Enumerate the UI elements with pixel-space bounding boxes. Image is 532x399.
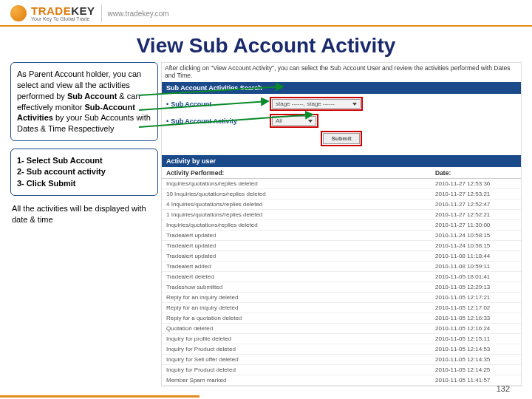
cell-date: 2010-11-24 10:58:15: [435, 232, 516, 239]
sub-account-value: stage ------, stage ------: [276, 100, 335, 107]
cell-date: 2010-11-05 11:41:57: [435, 377, 516, 383]
table-row: Quotation deleted2010-11-05 12:16:24: [162, 324, 521, 334]
col-date: Date:: [435, 169, 516, 177]
cell-date: 2010-11-27 12:53:21: [435, 191, 516, 197]
cell-activity: Tradealert updated: [166, 253, 435, 259]
tagline: Your Key To Global Trade: [31, 16, 95, 21]
logo: TRADEKEY Your Key To Global Trade: [10, 5, 95, 21]
table-row: 10 Inquiries/quotations/replies deleted2…: [162, 189, 521, 200]
table-header: Activity Performed: Date:: [162, 167, 521, 179]
info-box: As Parent Account holder, you can select…: [10, 62, 158, 141]
chevron-down-icon: [308, 120, 313, 123]
left-column: As Parent Account holder, you can select…: [10, 62, 158, 386]
activity-label: Sub Account Activity: [166, 117, 270, 125]
cell-activity: Inquiry for Sell offer deleted: [166, 356, 435, 363]
table-row: Inquiries/quotations/replies deleted2010…: [162, 220, 521, 231]
header-bar: TRADEKEY Your Key To Global Trade www.tr…: [0, 0, 532, 27]
table-row: Member Spam marked2010-11-05 11:41:57: [162, 375, 521, 386]
table-row: Reply for a quotation deleted2010-11-05 …: [162, 313, 521, 324]
steps-box: 1- Select Sub Account 2- Sub account act…: [10, 149, 158, 196]
cell-activity: Inquiry for Product deleted: [166, 346, 435, 352]
screenshot-panel: After clicking on "View Account Activity…: [161, 62, 522, 386]
table-row: Reply for an inquiry deleted2010-11-05 1…: [162, 293, 521, 303]
cell-date: 2010-11-05 12:17:21: [435, 294, 516, 301]
table-row: Tradealert updated2010-11-08 11:18:44: [162, 251, 521, 262]
table-row: Tradeshow submitted2010-11-05 12:29:13: [162, 282, 521, 293]
table-body: Inquiries/quotations/replies deleted2010…: [162, 179, 521, 386]
submit-button[interactable]: Submit: [321, 131, 361, 146]
cell-date: 2010-11-27 12:52:21: [435, 211, 516, 218]
table-row: Inquiry for Product deleted2010-11-05 12…: [162, 365, 521, 375]
table-row: Inquiry for Product deleted2010-11-05 12…: [162, 344, 521, 355]
table-row: Reply for an inquiry deleted2010-11-05 1…: [162, 303, 521, 313]
below-text: All the activities will be displayed wit…: [10, 203, 158, 225]
cell-date: 2010-11-05 12:14:35: [435, 356, 516, 363]
cell-date: 2010-11-08 11:18:44: [435, 253, 516, 259]
brand-prefix: TRADE: [31, 4, 71, 17]
table-row: Tradealert deleted2010-11-05 18:01:41: [162, 272, 521, 282]
right-column: After clicking on "View Account Activity…: [161, 62, 522, 386]
activity-header: Activity by user: [162, 155, 521, 167]
cell-date: 2010-11-05 12:14:53: [435, 346, 516, 352]
page-title: View Sub Account Activity: [0, 34, 532, 58]
table-row: Tradealert added2010-11-08 10:59:11: [162, 262, 521, 272]
cell-date: 2010-11-27 11:30:00: [435, 222, 516, 228]
cell-activity: Tradealert updated: [166, 242, 435, 249]
step-1: 1- Select Sub Account: [17, 155, 151, 166]
step-3: 3- Click Submit: [17, 178, 151, 189]
activity-value: All: [276, 117, 282, 124]
cell-activity: Quotation deleted: [166, 325, 435, 332]
cell-date: 2010-11-05 12:15:11: [435, 335, 516, 342]
divider: [101, 4, 102, 22]
cell-activity: Tradealert deleted: [166, 273, 435, 280]
cell-activity: 1 Inquiries/quotations/replies deleted: [166, 211, 435, 218]
table-row: Inquiries/quotations/replies deleted2010…: [162, 179, 521, 189]
header-url: www.tradekey.com: [108, 10, 169, 18]
cell-activity: Reply for an inquiry deleted: [166, 304, 435, 311]
table-row: Tradealert updated2010-11-24 10:58:15: [162, 241, 521, 251]
brand-suffix: KEY: [71, 4, 95, 17]
logo-text: TRADEKEY Your Key To Global Trade: [31, 5, 95, 21]
cell-activity: Member Spam marked: [166, 377, 435, 383]
globe-icon: [10, 5, 27, 21]
cell-date: 2010-11-05 12:29:13: [435, 284, 516, 290]
activity-select[interactable]: All: [270, 114, 318, 128]
table-row: 4 Inquiries/quotations/replies deleted20…: [162, 200, 521, 210]
chevron-down-icon: [352, 103, 357, 106]
cell-date: 2010-11-24 10:58:15: [435, 242, 516, 249]
table-row: Inquiry for Sell offer deleted2010-11-05…: [162, 355, 521, 365]
cell-date: 2010-11-05 18:01:41: [435, 273, 516, 280]
cell-activity: Tradeshow submitted: [166, 284, 435, 290]
sub-account-label: Sub Account: [166, 100, 270, 108]
cell-date: 2010-11-05 12:17:02: [435, 304, 516, 311]
cell-activity: Inquiry for Product deleted: [166, 366, 435, 373]
cell-activity: Tradealert added: [166, 263, 435, 270]
cell-activity: Tradealert updated: [166, 232, 435, 239]
submit-label: Submit: [323, 133, 359, 144]
table-row: Tradealert updated2010-11-24 10:58:15: [162, 231, 521, 241]
table-row: 1 Inquiries/quotations/replies deleted20…: [162, 210, 521, 220]
col-activity: Activity Performed:: [166, 169, 435, 177]
cell-activity: Reply for an inquiry deleted: [166, 294, 435, 301]
info-bold-1: Sub Account: [67, 92, 117, 100]
screenshot-caption: After clicking on "View Account Activity…: [162, 63, 521, 82]
cell-activity: Inquiries/quotations/replies deleted: [166, 180, 435, 187]
search-header: Sub Account Activities Search: [162, 82, 521, 94]
sub-account-select[interactable]: stage ------, stage ------: [270, 97, 363, 111]
cell-activity: 4 Inquiries/quotations/replies deleted: [166, 201, 435, 208]
cell-activity: Inquiries/quotations/replies deleted: [166, 222, 435, 228]
cell-activity: Reply for a quotation deleted: [166, 315, 435, 321]
cell-date: 2010-11-05 12:16:24: [435, 325, 516, 332]
step-2: 2- Sub account activity: [17, 166, 151, 177]
cell-activity: 10 Inquiries/quotations/replies deleted: [166, 191, 435, 197]
cell-date: 2010-11-05 12:16:33: [435, 315, 516, 321]
cell-date: 2010-11-27 12:53:36: [435, 180, 516, 187]
cell-date: 2010-11-08 10:59:11: [435, 263, 516, 270]
cell-activity: Inquiry for profile deleted: [166, 335, 435, 342]
footer-accent: [0, 395, 200, 398]
page-number: 132: [497, 384, 510, 393]
table-row: Inquiry for profile deleted2010-11-05 12…: [162, 334, 521, 344]
cell-date: 2010-11-27 12:52:47: [435, 201, 516, 208]
cell-date: 2010-11-05 12:14:25: [435, 366, 516, 373]
